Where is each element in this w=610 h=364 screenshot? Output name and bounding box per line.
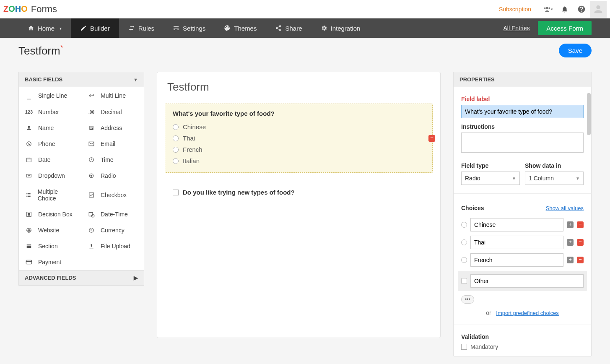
field-decision-box[interactable]: Decision Box xyxy=(19,206,81,222)
svg-point-0 xyxy=(27,142,31,146)
properties-header: PROPERTIES xyxy=(454,72,591,87)
nav-themes[interactable]: Themes xyxy=(215,18,266,38)
address-icon xyxy=(87,125,96,131)
field-address[interactable]: Address xyxy=(81,120,144,136)
show-data-caption: Show data in xyxy=(525,162,584,169)
nav-integration[interactable]: Integration xyxy=(311,18,370,38)
nav-share[interactable]: Share xyxy=(266,18,311,38)
choice-other-row xyxy=(458,271,587,291)
navbar: Home ▾ Builder Rules Settings Themes Sha… xyxy=(0,18,610,38)
add-choice-button[interactable]: + xyxy=(567,221,574,228)
nav-integration-label: Integration xyxy=(331,25,361,32)
show-all-values-link[interactable]: Show all values xyxy=(546,205,584,211)
field-block-radio[interactable]: What's your favorite type of food? Chine… xyxy=(165,104,433,173)
add-choice-button[interactable]: + xyxy=(567,239,574,246)
people-icon[interactable]: ▾ xyxy=(540,1,556,18)
dropdown-icon xyxy=(25,173,33,179)
radio-icon xyxy=(173,147,179,153)
choice-input[interactable] xyxy=(470,218,563,231)
file-upload-icon xyxy=(87,243,96,249)
website-icon xyxy=(25,227,33,233)
form-title[interactable]: Testform* xyxy=(18,44,63,57)
avatar[interactable] xyxy=(590,1,607,18)
nav-settings[interactable]: Settings xyxy=(164,18,215,38)
radio-icon[interactable] xyxy=(461,222,467,228)
field-phone[interactable]: Phone xyxy=(19,136,81,152)
choice-row: + − xyxy=(461,236,584,249)
field-checkbox[interactable]: Checkbox xyxy=(81,184,144,206)
bell-icon[interactable] xyxy=(556,1,573,18)
choices-caption: Choices xyxy=(461,205,484,211)
all-entries-link[interactable]: All Entries xyxy=(503,25,530,31)
help-icon[interactable] xyxy=(573,1,590,18)
choice-input[interactable] xyxy=(470,236,563,249)
mandatory-label: Mandatory xyxy=(470,343,498,350)
radio-icon[interactable] xyxy=(461,239,467,245)
field-file-upload[interactable]: File Upload xyxy=(81,238,144,254)
remove-choice-button[interactable]: − xyxy=(577,257,584,263)
field-block-checkbox[interactable]: Do you like trying new types of food? xyxy=(165,180,433,204)
single-line-icon: ⎯ xyxy=(25,92,33,99)
basic-fields-header[interactable]: BASIC FIELDS ▼ xyxy=(19,72,144,87)
logo[interactable]: ZOHO Forms xyxy=(3,4,57,15)
field-time[interactable]: Time xyxy=(81,152,144,168)
properties-panel: PROPERTIES Field label Instructions Fiel… xyxy=(453,72,592,356)
basic-fields-label: BASIC FIELDS xyxy=(25,76,62,83)
more-choices-button[interactable]: ••• xyxy=(461,295,474,304)
scrollbar[interactable] xyxy=(587,93,591,135)
advanced-fields-header[interactable]: ADVANCED FIELDS ▶ xyxy=(19,270,144,285)
add-choice-button[interactable]: + xyxy=(567,257,574,263)
field-website[interactable]: Website xyxy=(19,222,81,238)
field-multi-line[interactable]: ↩Multi Line xyxy=(81,87,144,104)
subscription-link[interactable]: Subscription xyxy=(499,6,531,13)
mandatory-row[interactable]: Mandatory xyxy=(461,343,584,350)
choice-input[interactable] xyxy=(470,253,563,267)
field-section[interactable]: Section xyxy=(19,238,81,254)
field-radio[interactable]: Radio xyxy=(81,168,144,184)
zoho-logo-icon: ZOHO xyxy=(3,4,28,14)
chevron-down-icon: ▼ xyxy=(133,77,138,82)
field-single-line[interactable]: ⎯Single Line xyxy=(19,87,81,104)
nav-rules-label: Rules xyxy=(138,25,154,32)
nav-home[interactable]: Home ▾ xyxy=(18,18,71,38)
save-button[interactable]: Save xyxy=(559,44,592,57)
field-email[interactable]: Email xyxy=(81,136,144,152)
field-date-time[interactable]: Date-Time xyxy=(81,206,144,222)
decision-box-icon xyxy=(25,211,33,217)
checkbox-icon xyxy=(461,344,467,350)
field-currency[interactable]: $Currency xyxy=(81,222,144,238)
option-row[interactable]: Chinese xyxy=(173,121,425,133)
radio-icon xyxy=(87,173,96,179)
field-date[interactable]: Date xyxy=(19,152,81,168)
import-choices-link[interactable]: Import predefined choices xyxy=(496,310,559,316)
svg-rect-9 xyxy=(89,212,93,216)
field-name[interactable]: Name xyxy=(19,120,81,136)
option-row[interactable]: Italian xyxy=(173,155,425,166)
choice-row: + − xyxy=(461,218,584,231)
access-form-button[interactable]: Access Form xyxy=(538,21,592,35)
field-type-select[interactable]: Radio▼ xyxy=(461,172,520,185)
nav-rules[interactable]: Rules xyxy=(119,18,164,38)
question-label: Do you like trying new types of food? xyxy=(183,189,295,196)
radio-icon[interactable] xyxy=(461,257,467,263)
option-row[interactable]: Thai xyxy=(173,133,425,144)
remove-choice-button[interactable]: − xyxy=(577,239,584,246)
checkbox-icon[interactable] xyxy=(461,278,467,284)
show-data-select[interactable]: 1 Column▼ xyxy=(525,172,584,185)
remove-choice-button[interactable]: − xyxy=(577,221,584,228)
field-label-input[interactable] xyxy=(461,105,584,118)
radio-icon xyxy=(173,135,179,141)
instructions-input[interactable] xyxy=(461,133,584,153)
decimal-icon: .00 xyxy=(87,110,96,114)
field-payment[interactable]: Payment xyxy=(19,254,144,270)
field-number[interactable]: 123Number xyxy=(19,104,81,120)
nav-builder[interactable]: Builder xyxy=(71,18,119,38)
field-multiple-choice[interactable]: Multiple Choice xyxy=(19,184,81,206)
field-dropdown[interactable]: Dropdown xyxy=(19,168,81,184)
option-row[interactable]: French xyxy=(173,144,425,155)
choice-other-input[interactable] xyxy=(470,274,584,288)
delete-field-button[interactable]: − xyxy=(428,135,435,142)
field-decimal[interactable]: .00Decimal xyxy=(81,104,144,120)
svg-text:$: $ xyxy=(91,229,92,231)
required-asterisk-icon: * xyxy=(60,44,63,52)
